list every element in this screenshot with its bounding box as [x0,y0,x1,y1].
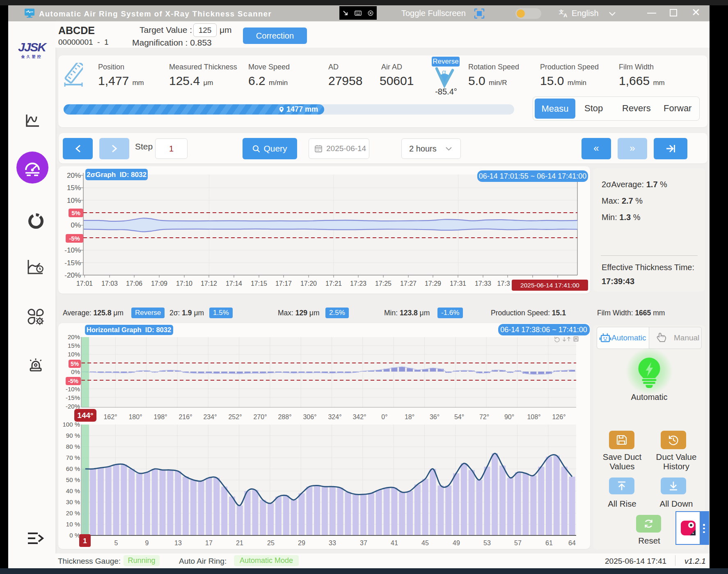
svg-text:45: 45 [421,540,429,546]
svg-text:36°: 36° [430,413,440,420]
svg-text:53: 53 [483,540,491,546]
svg-text:20%: 20% [67,172,81,179]
svg-text:80 %: 80 % [66,443,80,450]
svg-text:5%: 5% [71,209,80,216]
svg-text:A: A [563,12,568,18]
svg-text:15%: 15% [67,184,81,192]
svg-text:25: 25 [267,540,275,546]
svg-text:342°: 342° [353,413,366,420]
svg-text:90°: 90° [504,413,514,420]
svg-text:17:01: 17:01 [76,280,93,287]
svg-text:06-14 17:01:55 ~ 06-14 17:41:0: 06-14 17:01:55 ~ 06-14 17:41:00 [479,172,587,180]
svg-text:50 %: 50 % [66,476,80,483]
svg-text:306°: 306° [303,413,316,420]
svg-text:17:14: 17:14 [226,280,242,287]
svg-text:17:23: 17:23 [350,280,366,287]
svg-text:57: 57 [514,540,522,546]
svg-text:41: 41 [391,540,398,546]
svg-text:33: 33 [329,540,336,546]
svg-text:17:20: 17:20 [300,280,317,287]
svg-text:9: 9 [145,540,149,546]
svg-text:10%: 10% [68,351,80,358]
svg-text:-15%: -15% [66,394,80,401]
svg-text:17: 17 [205,540,213,546]
svg-text:5: 5 [114,540,118,546]
svg-text:0°: 0° [381,413,387,420]
svg-text:70 %: 70 % [66,454,80,461]
svg-text:17:03: 17:03 [101,280,118,287]
svg-text:-20%: -20% [64,271,81,279]
svg-text:17:06: 17:06 [126,280,142,287]
svg-text:0 %: 0 % [69,532,80,539]
svg-text:288°: 288° [278,413,291,420]
svg-text:17:21: 17:21 [325,280,342,287]
svg-text:Horizontal Graph ID: 8032: Horizontal Graph ID: 8032 [87,326,171,333]
svg-text:06-14 17:38:06 ~ 17:41:00: 06-14 17:38:06 ~ 17:41:00 [500,326,587,334]
svg-text:10%: 10% [67,197,81,204]
svg-text:α: α [442,68,446,76]
svg-text:37: 37 [360,540,367,546]
svg-text:-20%: -20% [66,403,80,410]
svg-text:17:33: 17:33 [475,280,491,287]
svg-text:15%: 15% [68,342,80,349]
svg-text:49: 49 [453,540,460,546]
svg-text:60 %: 60 % [66,465,80,472]
svg-text:72°: 72° [479,413,489,420]
svg-text:10 %: 10 % [66,521,80,528]
svg-text:-5%: -5% [69,235,80,242]
svg-text:144°: 144° [77,411,93,420]
svg-text:2025-06-14 17:41:00: 2025-06-14 17:41:00 [520,282,579,289]
svg-text:40 %: 40 % [66,487,80,494]
svg-text:17:09: 17:09 [151,280,167,287]
svg-text:17:15: 17:15 [251,280,267,287]
svg-text:216°: 216° [179,413,192,420]
svg-text:18°: 18° [405,413,414,420]
svg-text:21: 21 [236,540,243,546]
svg-text:-10%: -10% [64,246,81,254]
svg-text:0%: 0% [71,368,80,375]
svg-text:180°: 180° [128,413,142,420]
svg-text:17:25: 17:25 [375,280,391,287]
svg-text:54°: 54° [454,413,464,420]
svg-text:108°: 108° [527,413,540,420]
svg-text:234°: 234° [203,413,217,420]
svg-text:20 %: 20 % [66,510,80,517]
svg-text:1: 1 [83,537,87,545]
svg-text:17:29: 17:29 [425,280,441,287]
svg-text:100 %: 100 % [62,421,80,428]
svg-text:2σGraph ID: 8032: 2σGraph ID: 8032 [87,171,147,179]
svg-text:13: 13 [174,540,182,546]
svg-text:17:10: 17:10 [176,280,192,287]
svg-text:198°: 198° [153,413,167,420]
svg-text:64: 64 [568,540,576,546]
svg-text:17:31: 17:31 [450,280,466,287]
svg-text:0%: 0% [71,221,81,229]
svg-text:162°: 162° [103,413,117,420]
svg-text:-15%: -15% [64,259,81,267]
svg-text:-10%: -10% [66,386,80,393]
svg-text:30 %: 30 % [66,498,80,505]
svg-text:29: 29 [298,540,305,546]
svg-text:90 %: 90 % [66,432,80,439]
svg-text:17:12: 17:12 [201,280,217,287]
svg-text:20%: 20% [68,333,80,340]
svg-text:126°: 126° [552,413,565,420]
svg-text:17:3: 17:3 [497,280,510,287]
svg-text:17:27: 17:27 [400,280,417,287]
svg-text:252°: 252° [228,413,242,420]
svg-text:-5%: -5% [68,378,78,384]
svg-text:324°: 324° [328,413,341,420]
svg-text:5%: 5% [71,360,79,367]
svg-text:17:17: 17:17 [275,280,292,287]
svg-text:61: 61 [545,540,553,546]
svg-text:270°: 270° [253,413,267,420]
